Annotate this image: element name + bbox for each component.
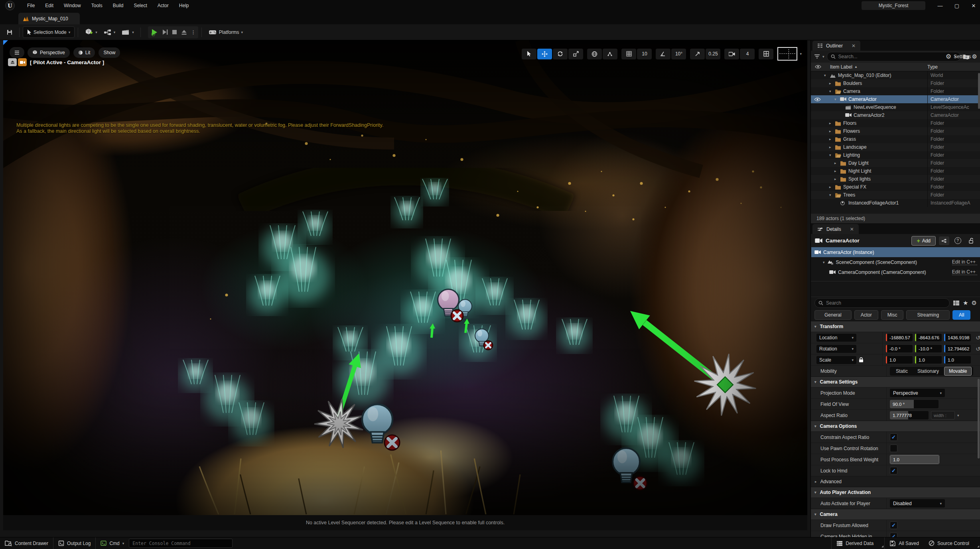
- aspect-ratio-preset-box[interactable]: width :: [931, 411, 955, 419]
- menu-select[interactable]: Select: [128, 0, 152, 11]
- display-filter-icon[interactable]: [953, 300, 960, 306]
- close-icon[interactable]: ✕: [970, 3, 977, 9]
- visibility-eye-icon[interactable]: [814, 97, 821, 102]
- scale-snap-value[interactable]: 0.25: [706, 49, 720, 59]
- skip-icon[interactable]: [162, 29, 168, 35]
- outliner-row-cameraactor2[interactable]: CameraActor2CameraActor: [811, 111, 980, 119]
- scale-snap-toggle[interactable]: [690, 49, 705, 59]
- location-axis-dropdown[interactable]: Location▾: [816, 334, 856, 342]
- outliner-row-camera[interactable]: ▾CameraFolder: [811, 87, 980, 95]
- screen-percentage-box[interactable]: [777, 47, 797, 61]
- blueprints-button[interactable]: ▾: [101, 27, 119, 38]
- viewport-size-chevron[interactable]: ▾: [800, 52, 802, 56]
- camera-speed-button[interactable]: [724, 49, 739, 59]
- platforms-dropdown[interactable]: Platforms▾: [205, 27, 246, 38]
- selection-mode-dropdown[interactable]: Selection Mode▾: [23, 26, 75, 38]
- point-light-bulb-gizmos[interactable]: [362, 289, 647, 490]
- surface-snapping-button[interactable]: [603, 49, 617, 59]
- rotation-z-field[interactable]: 12.794662: [944, 345, 971, 352]
- play-options-dots[interactable]: ⋮: [191, 30, 196, 35]
- rotation-axis-dropdown[interactable]: Rotation▾: [816, 345, 856, 353]
- post-process-blend-weight-field[interactable]: 1.0: [890, 455, 939, 464]
- use-pawn-control-rotation-checkbox[interactable]: [890, 445, 897, 452]
- close-icon[interactable]: ✕: [850, 226, 854, 232]
- scale-y-field[interactable]: 1.0: [915, 356, 942, 364]
- outliner-row-instancedfoliageactor1[interactable]: InstancedFoliageActor1InstancedFoliageA: [811, 199, 980, 207]
- details-tab-actor[interactable]: Actor: [854, 310, 878, 320]
- grid-snap-toggle[interactable]: [621, 49, 636, 59]
- category-camera[interactable]: ▾Camera: [811, 509, 980, 519]
- source-control-button[interactable]: Source Control: [924, 537, 980, 549]
- select-tool-button[interactable]: [522, 49, 536, 59]
- mobility-option-movable[interactable]: Movable: [944, 367, 972, 376]
- details-scrollbar[interactable]: [978, 379, 980, 458]
- component-row-1[interactable]: ▾ClSceneComponent (SceneComponent)Edit i…: [811, 257, 980, 267]
- viewport-options-menu[interactable]: [10, 47, 24, 58]
- unlocked-icon[interactable]: [966, 236, 976, 245]
- expand-arrow-icon[interactable]: ▸: [829, 129, 831, 133]
- rotate-tool-button[interactable]: [553, 49, 568, 59]
- location-y-field[interactable]: -8643.676: [915, 334, 942, 341]
- menu-file[interactable]: File: [22, 0, 40, 11]
- outliner-scrollbar[interactable]: [978, 73, 980, 109]
- outliner-row-cameraactor[interactable]: ▾CameraActorCameraActor: [811, 95, 980, 103]
- details-tab-all[interactable]: All: [952, 310, 970, 320]
- expand-arrow-icon[interactable]: ▸: [829, 81, 831, 85]
- tab-outliner[interactable]: Outliner ✕: [812, 41, 860, 51]
- column-item-label[interactable]: Item Label: [830, 64, 852, 70]
- maximize-icon[interactable]: ▢: [954, 3, 960, 9]
- category-camera-settings[interactable]: ▾Camera Settings: [811, 376, 980, 387]
- eject-icon[interactable]: [181, 30, 187, 35]
- details-settings-gear-icon[interactable]: ⚙: [972, 299, 977, 307]
- menu-build[interactable]: Build: [108, 0, 129, 11]
- stop-piloting-eject-button[interactable]: [8, 58, 17, 66]
- outliner-search-input[interactable]: Search... ▾: [827, 52, 960, 61]
- menu-window[interactable]: Window: [59, 0, 86, 11]
- outliner-row-lighting[interactable]: ▾LightingFolder: [811, 151, 980, 159]
- tab-level[interactable]: Mystic_Map_010: [18, 13, 80, 24]
- all-saved-button[interactable]: All Saved: [885, 537, 924, 549]
- menu-help[interactable]: Help: [174, 0, 194, 11]
- auto-activate-for-player-dropdown[interactable]: Disabled▾: [890, 499, 945, 508]
- outliner-row-floors[interactable]: ▸FloorsFolder: [811, 119, 980, 127]
- filter-icon[interactable]: [814, 54, 820, 59]
- cinematics-button[interactable]: ▾: [118, 27, 137, 38]
- category-transform[interactable]: ▾Transform: [811, 321, 980, 332]
- lock-to-hmd-checkbox[interactable]: ✓: [890, 467, 897, 474]
- lit-mode-dropdown[interactable]: Lit: [73, 47, 95, 58]
- expand-arrow-icon[interactable]: ▾: [829, 89, 831, 93]
- outliner-row-night-light[interactable]: ▸Night LightFolder: [811, 167, 980, 175]
- expand-arrow-icon[interactable]: ▸: [829, 121, 831, 125]
- projection-mode-dropdown[interactable]: Perspective▾: [890, 389, 945, 397]
- world-space-toggle[interactable]: [587, 49, 602, 59]
- location-z-field[interactable]: 1436.9198: [944, 334, 971, 341]
- aspect-ratio-field[interactable]: 1.777778: [890, 411, 929, 419]
- quad-view-button[interactable]: [759, 49, 773, 59]
- blueprint-edit-button[interactable]: [939, 236, 949, 245]
- reset-to-default-icon[interactable]: ↺: [976, 346, 980, 352]
- component-row-2[interactable]: CameraComponent (CameraComponent)Edit in…: [811, 267, 980, 277]
- constrain-aspect-ratio-checkbox[interactable]: ✓: [890, 433, 897, 441]
- level-viewport[interactable]: Perspective Lit Show [ Pil: [3, 40, 807, 530]
- expand-arrow-icon[interactable]: ▾: [834, 97, 836, 101]
- category-auto-player-activation[interactable]: ▾Auto Player Activation: [811, 487, 980, 498]
- edit-in-cpp-link[interactable]: Edit in C++: [952, 259, 977, 265]
- outliner-row-trees[interactable]: ▾TreesFolder: [811, 191, 980, 199]
- reset-to-default-icon[interactable]: ↺: [976, 335, 980, 341]
- mobility-option-stationary[interactable]: Stationary: [913, 367, 943, 375]
- outliner-row-grass[interactable]: ▸GrassFolder: [811, 135, 980, 143]
- details-tab-misc[interactable]: Misc: [881, 310, 904, 320]
- expand-arrow-icon[interactable]: ▾: [829, 153, 831, 157]
- rotation-x-field[interactable]: -0.0 °: [886, 345, 913, 352]
- rotation-y-field[interactable]: -10.0 °: [915, 345, 942, 352]
- play-icon[interactable]: [150, 28, 158, 36]
- expand-arrow-icon[interactable]: ▸: [829, 137, 831, 141]
- rotation-snap-value[interactable]: 10°: [671, 49, 686, 59]
- console-command-input[interactable]: Enter Console Command: [129, 539, 233, 548]
- camera-speed-value[interactable]: 4: [740, 49, 755, 59]
- settings-dropdown[interactable]: Settings: [954, 54, 971, 59]
- outliner-row-landscape[interactable]: ▸LandscapeFolder: [811, 143, 980, 151]
- expand-arrow-icon[interactable]: ▾: [823, 260, 825, 264]
- menu-actor[interactable]: Actor: [152, 0, 174, 11]
- favorites-star-icon[interactable]: ★: [963, 299, 968, 307]
